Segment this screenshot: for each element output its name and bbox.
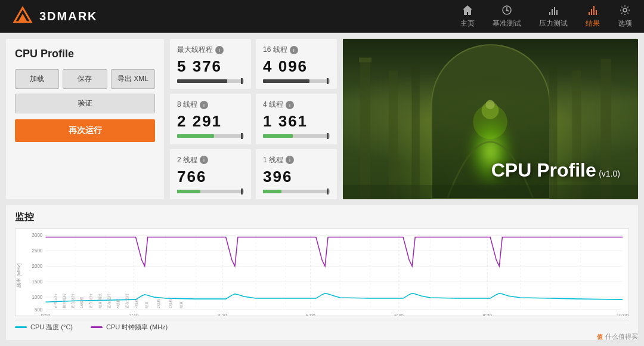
svg-text:结束: 结束: [144, 301, 148, 308]
info-icon-1-thread[interactable]: i: [286, 156, 294, 164]
svg-rect-6: [554, 7, 555, 15]
score-bar-fill-2-threads: [177, 190, 200, 193]
score-bar-marker-8-threads: [241, 133, 243, 139]
svg-text:正在运行: 正在运行: [107, 294, 111, 308]
svg-text:最大线程: 最大线程: [62, 294, 66, 308]
score-bar-1-thread: [263, 190, 330, 193]
svg-text:频率 (MHz): 频率 (MHz): [16, 263, 21, 288]
score-value-8-threads: 2 291: [177, 112, 244, 131]
score-label-2-threads: 2 线程 i: [177, 155, 244, 165]
svg-text:正在运行: 正在运行: [88, 294, 92, 308]
legend-item-cpu-clock: CPU 时钟频率 (MHz): [91, 323, 168, 332]
score-card-max-threads: 最大线程程 i 5 376: [170, 39, 251, 89]
svg-rect-15: [389, 70, 398, 199]
nav-bar: 主页 基准测试 压力测试: [460, 4, 632, 29]
svg-rect-10: [593, 6, 595, 15]
svg-text:0:00: 0:00: [41, 313, 51, 316]
results-icon: [587, 4, 599, 16]
score-label-16-threads: 16 线程 i: [263, 45, 330, 55]
svg-text:3000: 3000: [32, 233, 42, 238]
svg-text:1:40: 1:40: [129, 313, 139, 316]
score-bar-marker-4-threads: [327, 133, 329, 139]
score-bar-marker-1-thread: [327, 189, 329, 194]
score-bar-16-threads: [263, 79, 330, 83]
score-bar-fill-max-threads: [177, 79, 227, 83]
panel-title: CPU Profile: [15, 48, 155, 60]
score-bar-fill-4-threads: [263, 134, 293, 138]
score-card-1-thread: 1 线程 i 396: [256, 149, 337, 199]
score-label-4-threads: 4 线程 i: [263, 100, 330, 110]
monitor-title: 监控: [15, 211, 629, 224]
export-xml-button[interactable]: 导出 XML: [111, 69, 155, 89]
score-bar-marker-16-threads: [327, 78, 329, 84]
svg-text:1线程: 1线程: [168, 299, 172, 308]
score-bar-8-threads: [177, 134, 244, 138]
banner-version: (v1.0): [599, 169, 620, 178]
svg-text:结束测试: 结束测试: [98, 294, 102, 308]
svg-text:2500: 2500: [32, 248, 42, 254]
score-card-16-threads: 16 线程 i 4 096: [256, 39, 337, 89]
score-value-max-threads: 5 376: [177, 57, 244, 76]
info-icon-8-threads[interactable]: i: [200, 101, 208, 109]
svg-rect-11: [596, 10, 597, 15]
nav-item-stress[interactable]: 压力测试: [539, 4, 568, 29]
score-bar-fill-8-threads: [177, 134, 214, 138]
svg-text:500: 500: [35, 307, 43, 313]
svg-text:8:20: 8:20: [482, 313, 492, 316]
benchmark-icon: [501, 4, 513, 16]
nav-item-home[interactable]: 主页: [460, 4, 475, 29]
svg-rect-9: [591, 9, 592, 15]
svg-rect-4: [549, 12, 550, 15]
svg-text:正在运行: 正在运行: [53, 294, 57, 308]
svg-text:正在运行: 正在运行: [125, 294, 129, 308]
chart-area: 3000 2500 2000 1500 1000 500 频率 (MHz) 0:…: [15, 228, 629, 316]
svg-text:结束: 结束: [179, 301, 183, 308]
score-value-2-threads: 766: [177, 168, 244, 186]
chart-legend: CPU 温度 (°C) CPU 时钟频率 (MHz): [15, 320, 629, 334]
svg-rect-14: [359, 58, 371, 63]
save-button[interactable]: 保存: [63, 69, 107, 89]
info-icon-4-threads[interactable]: i: [286, 101, 294, 109]
nav-item-benchmark[interactable]: 基准测试: [493, 4, 521, 29]
verify-button[interactable]: 验证: [15, 94, 155, 113]
svg-rect-5: [552, 9, 553, 15]
info-icon-2-threads[interactable]: i: [200, 156, 208, 164]
svg-point-12: [623, 8, 627, 12]
info-icon-max-threads[interactable]: i: [215, 46, 224, 54]
score-bar-marker-2-threads: [241, 189, 243, 194]
nav-label-results: 结果: [586, 18, 600, 29]
svg-text:6:40: 6:40: [394, 313, 404, 316]
nav-item-options[interactable]: 选项: [618, 4, 632, 29]
nav-item-results[interactable]: 结果: [586, 4, 600, 29]
score-value-16-threads: 4 096: [263, 57, 330, 76]
nav-label-benchmark: 基准测试: [493, 18, 521, 29]
svg-text:正在运行: 正在运行: [70, 294, 75, 308]
svg-text:16线程: 16线程: [79, 296, 83, 308]
svg-rect-16: [411, 64, 419, 199]
svg-text:3:20: 3:20: [218, 313, 227, 316]
banner-title: CPU Profile: [491, 159, 596, 181]
monitor-chart: 3000 2500 2000 1500 1000 500 频率 (MHz) 0:…: [16, 229, 628, 316]
legend-item-cpu-temp: CPU 温度 (°C): [15, 323, 73, 332]
watermark: 值 什么值得买: [597, 332, 638, 341]
svg-point-22: [485, 100, 494, 109]
info-icon-16-threads[interactable]: i: [290, 46, 298, 54]
legend-label-cpu-temp: CPU 温度 (°C): [30, 323, 73, 332]
score-bar-marker-max-threads: [241, 78, 243, 84]
svg-text:5:00: 5:00: [306, 313, 315, 316]
main-content: CPU Profile 加载 保存 导出 XML 验证 再次运行 最大线程程 i…: [0, 33, 644, 346]
svg-point-3: [506, 9, 508, 11]
score-bar-fill-16-threads: [263, 79, 309, 83]
score-card-4-threads: 4 线程 i 1 361: [256, 94, 337, 144]
score-label-max-threads: 最大线程程 i: [177, 45, 244, 55]
load-button[interactable]: 加载: [15, 69, 59, 89]
legend-color-cpu-temp: [15, 326, 27, 328]
svg-text:2000: 2000: [32, 264, 42, 269]
legend-label-cpu-clock: CPU 时钟频率 (MHz): [106, 323, 168, 332]
score-grid: 最大线程程 i 5 376 16 线程 i 4 096: [170, 39, 337, 199]
score-label-8-threads: 8 线程 i: [177, 100, 244, 110]
run-again-button[interactable]: 再次运行: [15, 119, 155, 142]
svg-rect-13: [360, 59, 370, 199]
nav-label-options: 选项: [618, 18, 632, 29]
svg-text:2线程: 2线程: [156, 299, 160, 308]
